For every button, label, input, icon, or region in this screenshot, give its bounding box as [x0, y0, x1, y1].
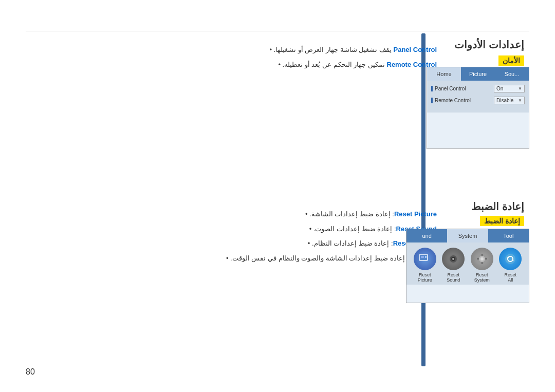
section2-description: Reset Picture: إعادة ضبط إعدادات الشاشة.…: [51, 208, 437, 267]
reset-all-desc: إعادة ضبط إعدادات الشاشة والصوت والنظام …: [230, 254, 405, 262]
reset-sound-label-img: ResetSound: [447, 272, 460, 283]
section1-title: إعدادات الأدوات: [454, 39, 524, 51]
vertical-divider: [421, 33, 425, 366]
svg-rect-14: [485, 258, 487, 259]
svg-rect-13: [477, 258, 479, 259]
reset-picture-icon-item: Reset Picture: [412, 248, 438, 283]
section2-item-3: Reset System: إعادة ضبط إعدادات النظام. …: [51, 237, 437, 250]
section1-description: Panel Control يقف تشغيل شاشة جهاز العرض …: [51, 44, 437, 74]
screenshot1-remote-value: Disable ▼: [494, 97, 525, 104]
screenshot1-row-panel: Panel Control On ▼: [431, 85, 525, 92]
screenshot1-tabbar: Home Picture Sou...: [427, 67, 529, 81]
page-number: 80: [26, 367, 35, 377]
reset-all-icon: [499, 248, 522, 270]
svg-rect-11: [482, 254, 483, 256]
reset-system-desc: إعادة ضبط إعدادات النظام.: [312, 239, 389, 247]
reset-sound-icon: [442, 248, 465, 270]
svg-rect-3: [425, 256, 427, 258]
section1-item-2: Remote Control تمكين جهاز التحكم عن بُعد…: [51, 59, 437, 70]
screenshot1-panel-value: On ▼: [494, 85, 525, 92]
screenshot1-panel-label: Panel Control: [431, 86, 492, 91]
section2-item-1: Reset Picture: إعادة ضبط إعدادات الشاشة.…: [51, 208, 437, 221]
tab-und[interactable]: und: [406, 229, 447, 242]
tab-system[interactable]: System: [447, 229, 488, 242]
screenshot2-icons: Reset Picture ResetSound: [406, 242, 529, 285]
tab-sou[interactable]: Sou...: [495, 67, 529, 81]
panel-control-label: Panel Control: [393, 46, 437, 53]
remote-control-desc: تمكين جهاز التحكم عن بُعد أو تعطيله.: [283, 61, 385, 68]
reset-picture-label-img: Reset Picture: [412, 272, 438, 283]
section1-subtitle: الأمان: [498, 55, 524, 66]
section2-item-2: Reset Sound: إعادة ضبط إعدادات الصوت. •: [51, 223, 437, 236]
reset-sound-icon-item: ResetSound: [440, 248, 467, 283]
reset-sound-desc: إعادة ضبط إعدادات الصوت.: [313, 225, 392, 233]
svg-rect-12: [482, 262, 483, 264]
svg-point-7: [452, 258, 454, 260]
screenshot-security: Home Picture Sou... Panel Control On ▼ R…: [427, 67, 529, 149]
screenshot1-remote-label: Remote Control: [431, 98, 492, 103]
section2-subtitle: إعادة الضبط: [480, 216, 524, 226]
reset-all-icon-item: ResetAll: [497, 248, 524, 283]
reset-system-icon-item: ResetSystem: [469, 248, 495, 283]
reset-picture-label: Reset Picture: [394, 210, 437, 218]
section2-item-4: Reset All: إعادة ضبط إعدادات الشاشة والص…: [51, 252, 437, 265]
section2-title: إعادة الضبط: [471, 200, 524, 213]
reset-system-icon: [471, 248, 493, 270]
reset-picture-icon: [414, 248, 436, 270]
tab-tool[interactable]: Tool: [488, 229, 529, 242]
svg-point-10: [480, 257, 484, 260]
tab-home[interactable]: Home: [427, 67, 461, 81]
screenshot2-tabbar: und System Tool: [406, 229, 529, 242]
reset-system-label-img: ResetSystem: [474, 272, 490, 283]
reset-picture-desc: إعادة ضبط إعدادات الشاشة.: [309, 210, 390, 218]
svg-point-15: [505, 254, 515, 264]
screenshot1-content: Panel Control On ▼ Remote Control Disabl…: [427, 81, 529, 113]
top-divider: [26, 31, 529, 31]
svg-rect-2: [421, 256, 424, 258]
panel-control-desc: يقف تشغيل شاشة جهاز العرض أو تشغيلها.: [274, 46, 392, 53]
section1-item-1: Panel Control يقف تشغيل شاشة جهاز العرض …: [51, 44, 437, 55]
reset-all-label-img: ResetAll: [504, 272, 516, 283]
screenshot-reset: und System Tool Reset Picture: [406, 229, 529, 303]
tab-picture[interactable]: Picture: [461, 67, 495, 81]
screenshot1-row-remote: Remote Control Disable ▼: [431, 97, 525, 104]
